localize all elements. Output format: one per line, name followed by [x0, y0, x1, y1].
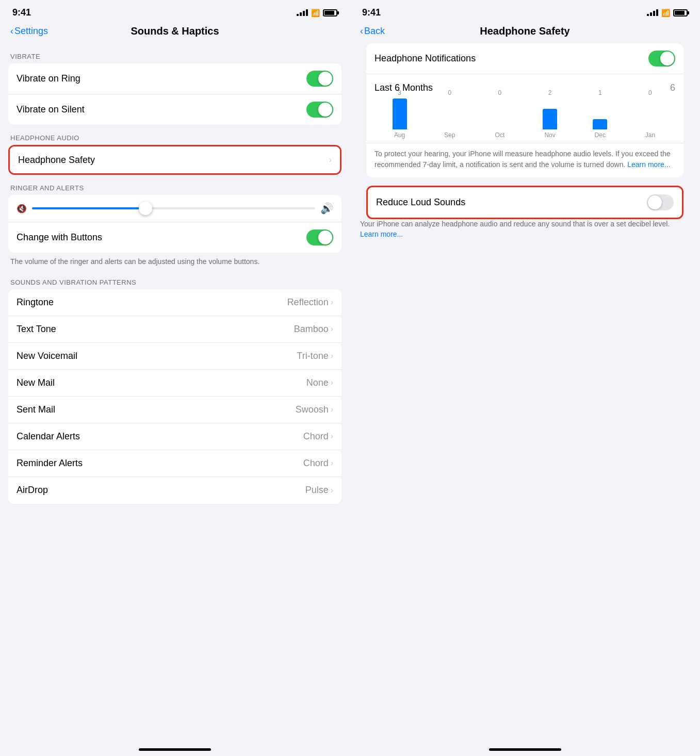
battery-icon-right	[673, 9, 688, 17]
reduce-loud-sounds-label: Reduce Loud Sounds	[376, 197, 465, 208]
status-bar-left: 9:41 📶	[0, 0, 350, 22]
vibrate-on-ring-row[interactable]: Vibrate on Ring	[8, 63, 341, 94]
headphone-safety-row[interactable]: Headphone Safety ›	[10, 146, 340, 173]
back-button-right[interactable]: ‹ Back	[360, 26, 385, 37]
chart-bar-dec	[593, 119, 607, 129]
reduce-loud-sounds-card: Reduce Loud Sounds	[366, 186, 683, 219]
chart-bars: 3 Aug 0 Sep	[375, 97, 675, 139]
volume-slider-track[interactable]	[32, 207, 315, 209]
reduce-loud-sounds-row[interactable]: Reduce Loud Sounds	[368, 187, 682, 218]
chevron-right-icon: ›	[331, 432, 333, 441]
change-with-buttons-toggle[interactable]	[306, 229, 333, 245]
headphone-notifications-section: Headphone Notifications Last 6 Months 6 …	[358, 43, 692, 177]
status-bar-right: 9:41 📶	[350, 0, 700, 22]
chevron-right-icon: ›	[331, 405, 333, 414]
status-icons-right: 📶	[647, 9, 688, 17]
vibrate-on-silent-label: Vibrate on Silent	[17, 104, 85, 115]
list-item[interactable]: New Voicemail Tri-tone ›	[8, 343, 341, 370]
home-indicator-right	[489, 748, 561, 751]
signal-icon-right	[647, 9, 658, 16]
sounds-card: Ringtone Reflection › Text Tone Bamboo ›…	[8, 289, 341, 504]
list-item[interactable]: Ringtone Reflection ›	[8, 289, 341, 316]
chart-bar-aug	[393, 98, 407, 129]
status-icons-left: 📶	[297, 9, 337, 17]
back-button-left[interactable]: ‹ Settings	[10, 26, 48, 37]
list-item[interactable]: Sent Mail Swoosh ›	[8, 397, 341, 423]
back-label-left[interactable]: Settings	[14, 26, 48, 37]
change-with-buttons-label: Change with Buttons	[17, 232, 102, 243]
ringer-subtext: The volume of the ringer and alerts can …	[0, 253, 350, 269]
wifi-icon-left: 📶	[311, 9, 320, 17]
nav-bar-left: ‹ Settings Sounds & Haptics	[0, 22, 350, 43]
row-value-reminderalerts: Chord ›	[303, 458, 333, 469]
chart-col-nov: 2 Nov	[525, 89, 575, 139]
back-label-right[interactable]: Back	[364, 26, 385, 37]
headphone-notifications-card: Headphone Notifications Last 6 Months 6 …	[366, 43, 683, 177]
learn-more-link-2[interactable]: Learn more...	[360, 230, 403, 238]
list-item[interactable]: Reminder Alerts Chord ›	[8, 450, 341, 477]
volume-slider-row[interactable]: 🔇 🔊	[8, 195, 341, 222]
right-panel: 9:41 📶 ‹ Back Headphone Safety Headphone…	[350, 0, 700, 756]
section-label-sounds: SOUNDS AND VIBRATION PATTERNS	[0, 269, 350, 289]
row-label-newmail: New Mail	[17, 377, 55, 388]
reduce-loud-sounds-subtext: Your iPhone can analyze headphone audio …	[350, 219, 700, 245]
row-label-texttone: Text Tone	[17, 324, 56, 335]
vibrate-on-silent-toggle[interactable]	[306, 102, 333, 118]
reduce-loud-sounds-section: Reduce Loud Sounds	[358, 186, 692, 219]
row-value-newmail: None ›	[306, 377, 333, 388]
section-label-vibrate: VIBRATE	[0, 43, 350, 63]
chevron-right-icon: ›	[331, 458, 333, 468]
row-value-ringtone: Reflection ›	[287, 297, 333, 308]
chart-col-aug: 3 Aug	[375, 89, 425, 139]
learn-more-link-1[interactable]: Learn more...	[627, 160, 670, 169]
vibrate-on-silent-row[interactable]: Vibrate on Silent	[8, 94, 341, 125]
vibrate-card: Vibrate on Ring Vibrate on Silent	[8, 63, 341, 125]
row-label-ringtone: Ringtone	[17, 297, 54, 308]
list-item[interactable]: AirDrop Pulse ›	[8, 477, 341, 504]
vibrate-on-ring-toggle[interactable]	[306, 71, 333, 87]
chevron-back-icon-right: ‹	[360, 26, 363, 37]
volume-low-icon: 🔇	[17, 204, 27, 213]
chevron-right-icon: ›	[331, 486, 333, 495]
change-with-buttons-row[interactable]: Change with Buttons	[8, 222, 341, 253]
headphone-desc-text: To protect your hearing, your iPhone wil…	[366, 143, 683, 177]
chart-container: Last 6 Months 6 3 Aug 0	[366, 74, 683, 143]
page-title-left: Sounds & Haptics	[131, 25, 219, 37]
headphone-notifications-toggle[interactable]	[648, 51, 675, 67]
headphone-notifications-label: Headphone Notifications	[375, 53, 476, 64]
list-item[interactable]: Text Tone Bamboo ›	[8, 316, 341, 343]
left-panel: 9:41 📶 ‹ Settings Sounds & Haptics VIBRA…	[0, 0, 350, 756]
headphone-safety-card[interactable]: Headphone Safety ›	[8, 145, 341, 175]
page-title-right: Headphone Safety	[480, 25, 569, 37]
row-value-sentmail: Swoosh ›	[296, 404, 333, 415]
chart-col-dec: 1 Dec	[575, 89, 625, 139]
row-label-newvoicemail: New Voicemail	[17, 351, 77, 361]
row-label-sentmail: Sent Mail	[17, 404, 55, 415]
row-value-airdrop: Pulse ›	[305, 485, 333, 496]
row-label-reminderalerts: Reminder Alerts	[17, 458, 83, 469]
battery-icon-left	[323, 9, 337, 17]
chevron-right-icon: ›	[331, 351, 333, 360]
headphone-notifications-row[interactable]: Headphone Notifications	[366, 43, 683, 74]
chart-bar-nov	[543, 109, 557, 129]
reduce-loud-sounds-toggle[interactable]	[647, 194, 674, 210]
list-item[interactable]: Calendar Alerts Chord ›	[8, 423, 341, 450]
headphone-safety-label: Headphone Safety	[18, 155, 95, 166]
chart-col-jan: 0 Jan	[625, 89, 675, 139]
volume-high-icon: 🔊	[320, 202, 333, 215]
row-label-airdrop: AirDrop	[17, 485, 48, 496]
row-label-calendaralerts: Calendar Alerts	[17, 431, 80, 442]
wifi-icon-right: 📶	[661, 9, 670, 17]
chevron-right-icon-headphone: ›	[329, 155, 332, 165]
chevron-right-icon: ›	[331, 298, 333, 307]
status-time-right: 9:41	[362, 7, 381, 18]
chevron-right-icon: ›	[331, 324, 333, 334]
row-value-texttone: Bamboo ›	[294, 324, 333, 335]
vibrate-on-ring-label: Vibrate on Ring	[17, 73, 80, 84]
section-label-headphone-audio: HEADPHONE AUDIO	[0, 125, 350, 145]
chevron-right-icon: ›	[331, 378, 333, 387]
nav-bar-right: ‹ Back Headphone Safety	[350, 22, 700, 43]
chevron-back-icon-left: ‹	[10, 26, 13, 37]
signal-icon-left	[297, 9, 308, 16]
list-item[interactable]: New Mail None ›	[8, 370, 341, 397]
